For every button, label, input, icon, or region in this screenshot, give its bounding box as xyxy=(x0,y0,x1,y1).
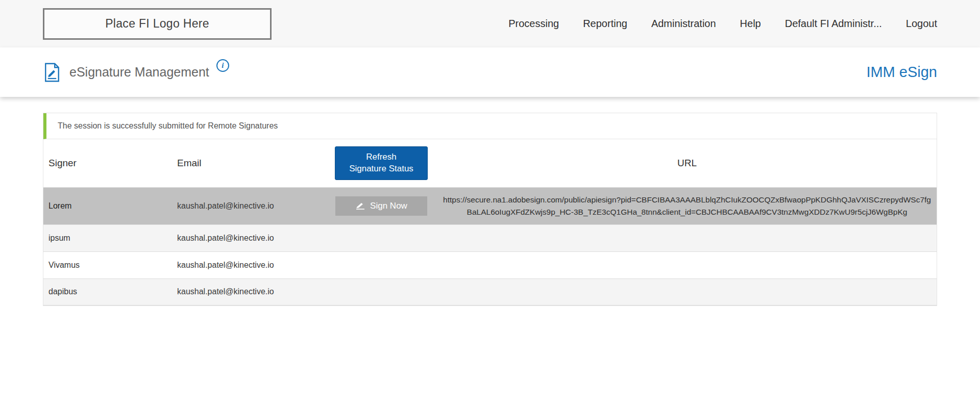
refresh-signature-status-button[interactable]: Refresh Signature Status xyxy=(335,146,428,180)
signer-name: Vivamus xyxy=(43,261,177,270)
table-row: ipsum kaushal.patel@kinective.io xyxy=(43,224,937,251)
nav-item-logout[interactable]: Logout xyxy=(906,18,937,30)
column-header-url: URL xyxy=(437,158,937,169)
fi-logo-placeholder: Place FI Logo Here xyxy=(43,8,272,40)
fi-logo-text: Place FI Logo Here xyxy=(105,17,209,31)
signer-email: kaushal.patel@kinective.io xyxy=(177,287,325,296)
signature-panel: The session is successfully submitted fo… xyxy=(43,113,937,306)
sign-now-button[interactable]: Sign Now xyxy=(335,196,427,216)
success-message-bar: The session is successfully submitted fo… xyxy=(43,113,937,139)
table-header-row: Signer Email Refresh Signature Status UR… xyxy=(43,139,937,187)
nav-item-help[interactable]: Help xyxy=(740,18,761,30)
refresh-button-line2: Signature Status xyxy=(349,164,413,173)
pen-signature-icon xyxy=(355,202,365,210)
top-navigation-bar: Place FI Logo Here Processing Reporting … xyxy=(0,0,980,47)
signer-name: ipsum xyxy=(43,234,177,243)
signer-email: kaushal.patel@kinective.io xyxy=(177,261,325,270)
table-row: dapibus kaushal.patel@kinective.io xyxy=(43,278,937,305)
page-title: eSignature Management xyxy=(69,65,209,80)
nav-item-reporting[interactable]: Reporting xyxy=(583,18,627,30)
brand-imm-esign: IMM eSign xyxy=(866,64,937,81)
table-row: Lorem kaushal.patel@kinective.io Sign No… xyxy=(43,187,937,224)
esignature-document-icon xyxy=(43,62,61,83)
nav-item-current-user[interactable]: Default FI Administr... xyxy=(785,18,882,30)
table-row: Vivamus kaushal.patel@kinective.io xyxy=(43,251,937,278)
main-nav: Processing Reporting Administration Help… xyxy=(508,18,937,30)
success-message-text: The session is successfully submitted fo… xyxy=(58,121,278,130)
sign-now-label: Sign Now xyxy=(370,201,407,211)
signer-email: kaushal.patel@kinective.io xyxy=(177,201,325,211)
signer-name: dapibus xyxy=(43,287,177,296)
signer-name: Lorem xyxy=(43,201,177,211)
signer-email: kaushal.patel@kinective.io xyxy=(177,234,325,243)
column-header-signer: Signer xyxy=(43,158,177,169)
main-content: The session is successfully submitted fo… xyxy=(0,97,980,337)
info-icon[interactable]: i xyxy=(216,59,229,72)
refresh-button-line1: Refresh xyxy=(366,152,397,162)
signing-url[interactable]: https://secure.na1.adobesign.com/public/… xyxy=(437,188,937,224)
title-group: eSignature Management i xyxy=(43,62,866,83)
nav-item-processing[interactable]: Processing xyxy=(508,18,559,30)
nav-item-administration[interactable]: Administration xyxy=(651,18,716,30)
page-title-bar: eSignature Management i IMM eSign xyxy=(0,47,980,97)
column-header-email: Email xyxy=(177,158,325,169)
